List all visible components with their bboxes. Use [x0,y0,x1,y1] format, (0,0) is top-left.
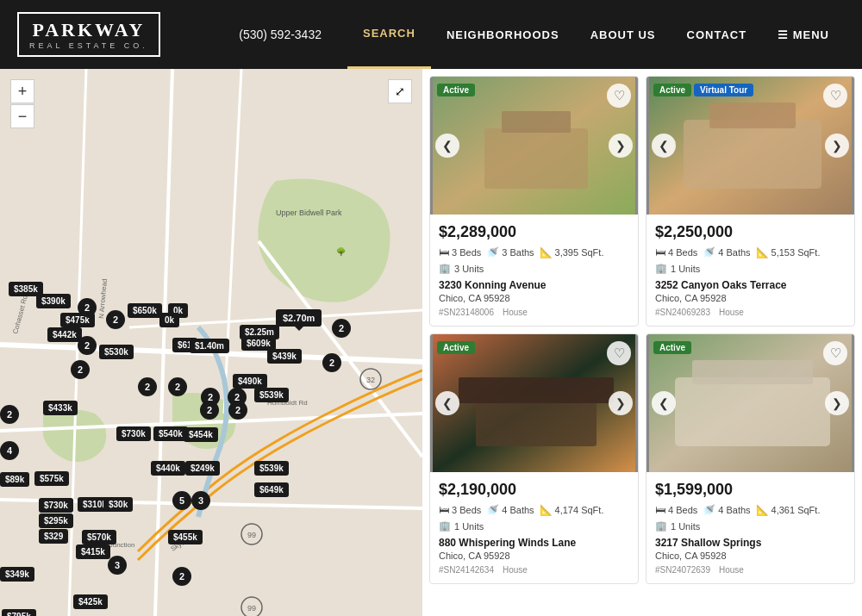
price-marker[interactable]: $649k [254,482,289,497]
listing-address: 880 Whispering Winds Lane [439,537,629,549]
price-marker[interactable]: $433k [43,401,78,415]
cluster-marker[interactable]: 2 [172,567,191,586]
price-marker[interactable]: $530k [99,345,134,359]
listing-card[interactable]: Active Virtual Tour ♡ ❮ ❯ $2,250,000 🛏 4… [646,76,855,327]
cluster-marker[interactable]: 2 [78,298,97,317]
cluster-marker[interactable]: 2 [78,336,97,355]
cluster-marker[interactable]: 4 [0,441,19,460]
listing-address: 3252 Canyon Oaks Terrace [655,279,846,291]
header: PARKWAY REAL ESTATE CO. (530) 592-3432 S… [0,0,862,69]
bath-icon: 🚿 [703,504,715,516]
cluster-marker[interactable]: 3 [191,491,210,510]
svg-rect-23 [484,128,588,189]
price-marker[interactable]: $575k [34,471,69,486]
prev-photo-button[interactable]: ❮ [435,391,459,415]
price-marker[interactable]: $540k [153,426,188,441]
prev-photo-button[interactable]: ❮ [652,391,676,415]
listing-meta: #SN24069283 House [655,308,846,317]
price-marker[interactable]: $425k [73,594,108,609]
price-marker[interactable]: $30k [103,497,133,512]
active-badge: Active [437,341,475,354]
next-photo-button[interactable]: ❯ [825,391,849,415]
price-marker[interactable]: $89k [0,472,29,487]
listing-price: $2,250,000 [655,223,846,241]
price-marker[interactable]: $539k [254,461,289,476]
next-photo-button[interactable]: ❯ [609,391,633,415]
baths-spec: 🚿 4 Baths [703,504,750,516]
cluster-marker[interactable]: 2 [332,319,351,338]
zoom-in-button[interactable]: + [10,79,34,103]
svg-rect-32 [675,377,830,446]
cluster-marker[interactable]: 2 [106,310,125,329]
cluster-marker[interactable]: 2 [200,401,219,420]
favorite-button[interactable]: ♡ [607,341,631,365]
nav-contact[interactable]: CONTACT [671,0,763,69]
price-marker[interactable]: $440k [151,461,185,476]
price-marker[interactable]: $249k [185,461,220,476]
cluster-marker[interactable]: 3 [108,556,127,575]
nav-search[interactable]: SEARCH [347,0,431,69]
listing-info: $2,190,000 🛏 3 Beds 🚿 4 Baths 📐 4,174 Sq… [430,472,638,583]
bath-icon: 🚿 [486,246,499,258]
svg-text:32: 32 [366,376,375,384]
price-marker[interactable]: $2.70m [276,309,322,327]
favorite-button[interactable]: ♡ [823,84,847,108]
next-photo-button[interactable]: ❯ [825,134,849,158]
listing-card[interactable]: Active ♡ ❮ ❯ $1,599,000 🛏 4 Beds 🚿 4 Bat… [646,333,855,584]
cluster-marker[interactable]: 2 [0,405,19,424]
price-marker[interactable]: $454k [184,427,218,442]
cluster-marker[interactable]: 2 [138,377,157,396]
map-area[interactable]: Cohasset Rd Humboldt Rd Skyway Rd Stirli… [0,69,422,616]
units-row: 🏢 1 Units [655,263,846,274]
price-marker[interactable]: $442k [47,327,82,342]
price-marker[interactable]: $795k [2,609,36,616]
price-marker[interactable]: $2.25m [240,325,279,339]
phone-number: (530) 592-3432 [239,28,322,41]
listing-type: House [719,565,744,575]
menu-button[interactable]: ☰ MENU [762,0,845,69]
prev-photo-button[interactable]: ❮ [435,134,459,158]
prev-photo-button[interactable]: ❮ [652,134,676,158]
price-marker[interactable]: 0k [159,313,179,327]
cluster-marker[interactable]: 5 [172,491,191,510]
price-marker[interactable]: $490k [233,374,267,389]
next-photo-button[interactable]: ❯ [609,134,633,158]
cluster-marker[interactable]: 2 [71,360,90,379]
listing-meta: #SN23148006 House [439,308,629,317]
listing-specs: 🛏 4 Beds 🚿 4 Baths 📐 5,153 SqFt. [655,246,846,258]
sqft-spec: 📐 3,395 SqFt. [540,246,604,258]
map-expand-button[interactable]: ⤢ [388,79,412,103]
price-marker[interactable]: $650k [128,303,162,318]
beds-spec: 🛏 4 Beds [655,246,697,258]
svg-text:99: 99 [247,531,256,539]
listing-info: $2,289,000 🛏 3 Beds 🚿 3 Baths 📐 3,395 Sq… [430,215,638,326]
beds-spec: 🛏 3 Beds [439,504,481,516]
price-marker[interactable]: $390k [36,294,71,308]
price-marker[interactable]: $730k [116,426,151,441]
price-marker[interactable]: $455k [168,530,203,544]
cluster-marker[interactable]: 2 [228,401,247,420]
listing-card[interactable]: Active ♡ ❮ ❯ $2,190,000 🛏 3 Beds 🚿 4 Bat… [429,333,639,584]
units-value: 1 Units [671,264,700,274]
cluster-marker[interactable]: 2 [168,377,187,396]
listing-card[interactable]: Active ♡ ❮ ❯ $2,289,000 🛏 3 Beds 🚿 3 Bat… [429,76,639,327]
price-marker[interactable]: $349k [0,567,34,582]
price-marker[interactable]: $295k [39,513,73,528]
price-marker[interactable]: $415k [76,544,110,559]
favorite-button[interactable]: ♡ [607,84,631,108]
price-marker[interactable]: $439k [267,349,302,364]
price-marker[interactable]: $1.40m [190,339,229,353]
price-marker[interactable]: $730k [39,498,73,513]
cluster-marker[interactable]: 2 [322,353,341,372]
price-marker[interactable]: $539k [254,388,289,402]
listing-image: Active ♡ ❮ ❯ [646,334,854,472]
logo[interactable]: PARKWAY REAL ESTATE CO. [17,12,160,57]
nav-neighborhoods[interactable]: NEIGHBORHOODS [431,0,575,69]
price-marker[interactable]: $570k [82,530,116,544]
listing-image: Active ♡ ❮ ❯ [430,77,638,215]
favorite-button[interactable]: ♡ [823,341,847,365]
zoom-out-button[interactable]: − [10,104,34,128]
nav-about[interactable]: ABOUT US [575,0,671,69]
listing-meta: #SN24072639 House [655,565,846,575]
price-marker[interactable]: $329 [39,529,68,544]
